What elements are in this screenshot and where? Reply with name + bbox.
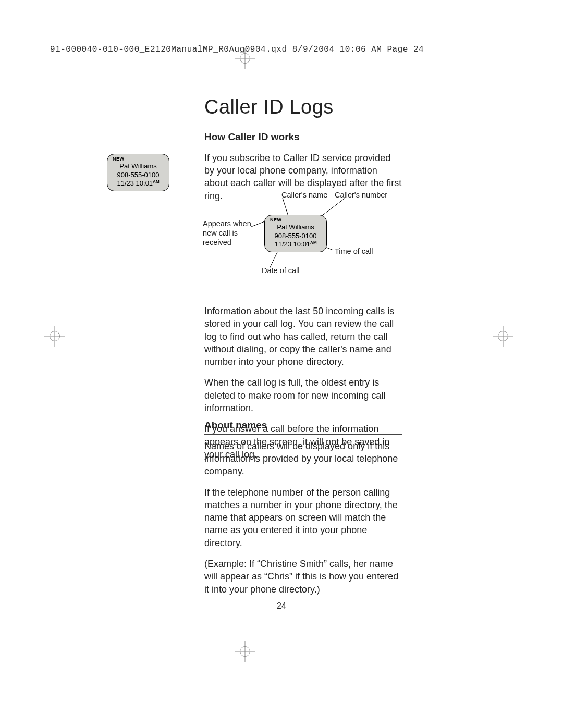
label-callers-number: Caller's number [335,190,387,200]
label-new-call: Appears when new call is received [203,219,255,247]
lcd-new-label: NEW [113,156,164,162]
section-about-names: About names Names of callers will be dis… [204,418,402,604]
label-callers-name: Caller's name [282,190,327,200]
reg-mark-right [493,326,513,347]
section-heading: About names [204,418,402,435]
lcd-display-side: NEW Pat Williams 908-555-0100 11/23 10:0… [107,154,169,191]
section-heading: How Caller ID works [204,130,402,146]
crop-mark [47,632,68,632]
body-text: Information about the last 50 incoming c… [204,305,402,368]
body-text: When the call log is full, the oldest en… [204,376,402,414]
body-text: (Example: If “Christine Smith” calls, he… [204,558,402,596]
label-date-of-call: Date of call [262,266,300,275]
body-text: If the telephone number of the person ca… [204,486,402,549]
lcd-new-label: NEW [270,217,321,223]
crop-mark [68,620,68,641]
lcd-datetime: 11/23 10:01AM [113,179,164,188]
lcd-name: Pat Williams [113,162,164,170]
lcd-number: 908-555-0100 [113,171,164,179]
caller-id-diagram: Caller's name Caller's number Appears wh… [204,190,402,284]
lcd-name: Pat Williams [270,223,321,231]
page-number: 24 [0,600,563,612]
page-title: Caller ID Logs [204,94,334,120]
label-time-of-call: Time of call [335,246,373,256]
body-text: Names of callers will be displayed only … [204,440,402,478]
reg-mark-bottom [235,641,255,662]
lcd-number: 908-555-0100 [270,232,321,240]
reg-mark-left [44,326,65,347]
reg-mark-top [235,48,255,69]
lcd-display-diagram: NEW Pat Williams 908-555-0100 11/23 10:0… [264,215,327,252]
lcd-datetime: 11/23 10:01AM [270,240,321,249]
